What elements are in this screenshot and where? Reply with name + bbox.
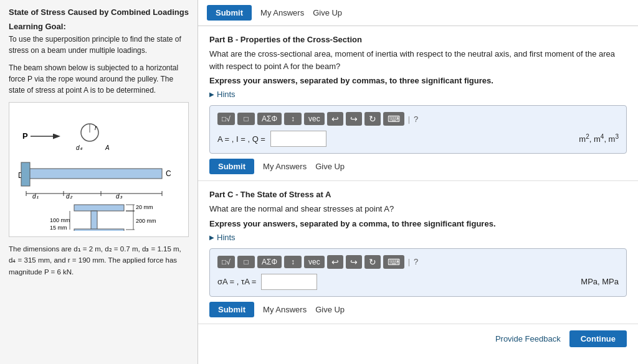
part-b-submit-row: Submit My Answers Give Up <box>209 159 627 174</box>
part-c-submit-button[interactable]: Submit <box>209 302 254 317</box>
part-c-section: Part C - The State of Stress at A What a… <box>198 181 638 324</box>
svg-text:100 mm: 100 mm <box>50 217 70 223</box>
part-c-my-answers-button[interactable]: My Answers <box>263 305 307 314</box>
arrows-button[interactable]: ↕ <box>284 113 302 125</box>
part-b-input-label: A = , I = , Q = <box>217 134 265 144</box>
part-b-input-area: □√ □ ΑΣΦ ↕ vec ↩ ↪ ↻ ⌨ | ? A = , I = , Q… <box>209 105 627 154</box>
part-c-input-area: □√ □ ΑΣΦ ↕ vec ↩ ↪ ↻ ⌨ | ? σA = , τA = M… <box>209 248 627 297</box>
undo-button[interactable]: ↩ <box>327 112 343 126</box>
svg-rect-23 <box>91 211 97 230</box>
part-c-input-label: σA = , τA = <box>217 277 256 286</box>
top-toolbar: Submit My Answers Give Up <box>198 0 638 26</box>
part-c-answer-input[interactable] <box>261 274 317 290</box>
continue-button[interactable]: Continue <box>569 330 627 347</box>
keyboard-button[interactable]: ⌨ <box>383 112 404 126</box>
top-submit-button[interactable]: Submit <box>207 5 252 21</box>
beam-svg: P D r d₄ A C d₁ d₂ <box>15 106 183 231</box>
part-b-desc: What are the cross-sectional area, momen… <box>209 48 627 72</box>
top-give-up-button[interactable]: Give Up <box>313 8 342 17</box>
svg-text:d₁: d₁ <box>32 193 39 200</box>
matrix-button[interactable]: □ <box>237 113 255 125</box>
part-c-arrows-button[interactable]: ↕ <box>284 256 302 268</box>
svg-rect-11 <box>21 162 30 186</box>
beam-diagram: P D r d₄ A C d₁ d₂ <box>9 102 189 237</box>
feedback-button[interactable]: Provide Feedback <box>495 334 561 343</box>
part-c-vec-button[interactable]: vec <box>304 256 325 268</box>
part-c-express: Express your answers, separated by a com… <box>209 219 627 228</box>
part-b-hints-link[interactable]: Hints <box>209 90 236 99</box>
dimensions-text: The dimensions are d₁ = 2 m, d₂ = 0.7 m,… <box>9 243 189 278</box>
part-c-keyboard-button[interactable]: ⌨ <box>383 255 404 269</box>
part-b-answer-input[interactable] <box>270 131 326 147</box>
part-c-input-row: σA = , τA = MPa, MPa <box>217 274 619 290</box>
svg-text:200 mm: 200 mm <box>136 218 156 224</box>
sqrt-button[interactable]: □√ <box>217 113 235 125</box>
top-my-answers-button[interactable]: My Answers <box>260 8 304 17</box>
beam-desc: The beam shown below is subjected to a h… <box>9 62 189 96</box>
part-b-express: Express your answers, separated by comma… <box>209 76 627 85</box>
part-c-matrix-button[interactable]: □ <box>237 256 255 268</box>
svg-text:P: P <box>22 131 28 141</box>
part-c-desc: What are the normal and shear stresses a… <box>209 203 627 215</box>
part-c-sqrt-button[interactable]: □√ <box>217 256 235 268</box>
part-b-title: Part B - Properties of the Cross-Section <box>209 35 627 44</box>
part-c-undo-button[interactable]: ↩ <box>327 255 343 269</box>
math-separator: | <box>408 114 410 124</box>
aso-button[interactable]: ΑΣΦ <box>257 113 282 125</box>
part-b-section: Part B - Properties of the Cross-Section… <box>198 26 638 181</box>
svg-text:d₄: d₄ <box>76 144 83 151</box>
part-c-math-separator: | <box>408 257 410 266</box>
svg-rect-24 <box>74 229 124 231</box>
part-c-aso-button[interactable]: ΑΣΦ <box>257 256 282 268</box>
redo-button[interactable]: ↪ <box>346 112 362 126</box>
part-c-refresh-button[interactable]: ↻ <box>364 255 381 269</box>
svg-text:15 mm: 15 mm <box>50 225 67 231</box>
part-c-give-up-button[interactable]: Give Up <box>315 305 345 314</box>
svg-rect-9 <box>26 169 162 179</box>
vec-button[interactable]: vec <box>304 113 325 125</box>
math-help: ? <box>414 114 418 124</box>
svg-text:A: A <box>105 144 110 151</box>
svg-rect-22 <box>74 205 124 211</box>
svg-text:d₃: d₃ <box>116 193 123 200</box>
part-b-math-toolbar: □√ □ ΑΣΦ ↕ vec ↩ ↪ ↻ ⌨ | ? <box>217 112 619 126</box>
part-c-redo-button[interactable]: ↪ <box>346 255 362 269</box>
part-b-units: m2, m4, m3 <box>579 133 619 144</box>
part-c-math-toolbar: □√ □ ΑΣΦ ↕ vec ↩ ↪ ↻ ⌨ | ? <box>217 255 619 269</box>
part-b-input-row: A = , I = , Q = m2, m4, m3 <box>217 131 619 147</box>
part-c-submit-row: Submit My Answers Give Up <box>209 302 627 317</box>
right-panel: Submit My Answers Give Up Part B - Prope… <box>198 0 638 364</box>
part-c-title: Part C - The State of Stress at A <box>209 190 627 199</box>
svg-text:C: C <box>166 169 171 178</box>
part-c-math-help: ? <box>414 257 418 266</box>
part-b-submit-button[interactable]: Submit <box>209 159 254 174</box>
part-c-hints-link[interactable]: Hints <box>209 233 236 242</box>
part-b-give-up-button[interactable]: Give Up <box>315 162 345 171</box>
refresh-button[interactable]: ↻ <box>364 112 381 126</box>
part-b-my-answers-button[interactable]: My Answers <box>263 162 307 171</box>
learning-goal-label: Learning Goal: <box>9 22 189 31</box>
svg-text:d₂: d₂ <box>66 193 73 200</box>
left-panel: State of Stress Caused by Combined Loadi… <box>0 0 198 364</box>
learning-goal-text: To use the superposition principle to fi… <box>9 34 189 56</box>
left-panel-title: State of Stress Caused by Combined Loadi… <box>9 7 189 17</box>
part-c-units: MPa, MPa <box>581 277 619 286</box>
bottom-bar: Provide Feedback Continue <box>198 324 638 353</box>
svg-text:20 mm: 20 mm <box>136 204 153 210</box>
